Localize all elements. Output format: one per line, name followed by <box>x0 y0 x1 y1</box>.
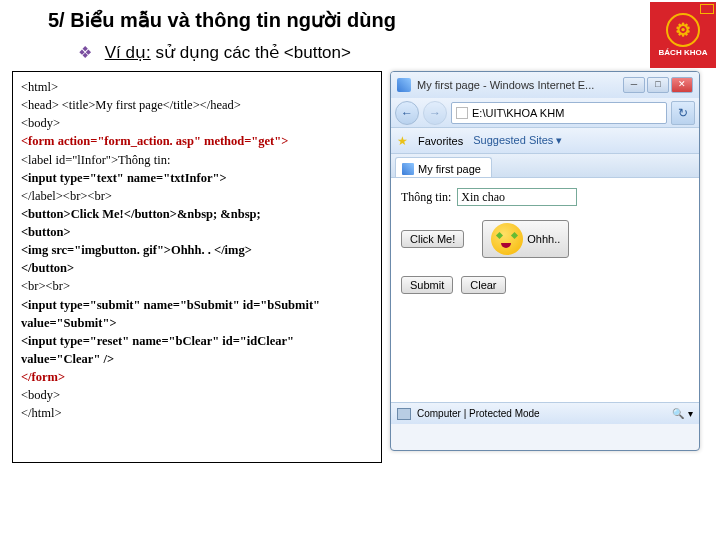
back-button[interactable]: ← <box>395 101 419 125</box>
browser-tab[interactable]: My first page <box>395 157 492 177</box>
suggested-sites[interactable]: Suggested Sites ▾ <box>473 134 562 147</box>
nav-toolbar: ← → E:\UIT\KHOA KHM ↻ <box>391 98 699 128</box>
page-content: Thông tin: Click Me! Ohhh.. Submit Clear <box>391 178 699 402</box>
click-me-button[interactable]: Click Me! <box>401 230 464 248</box>
bach-khoa-logo: ⚙ BÁCH KHOA <box>650 2 716 68</box>
window-titlebar: My first page - Windows Internet E... ─ … <box>391 72 699 98</box>
diamond-bullet-icon: ❖ <box>78 44 92 61</box>
emoji-icon <box>491 223 523 255</box>
favorites-label[interactable]: Favorites <box>418 135 463 147</box>
tab-ie-icon <box>402 163 414 175</box>
ohhh-button[interactable]: Ohhh.. <box>482 220 569 258</box>
computer-icon <box>397 408 411 420</box>
form-label: Thông tin: <box>401 190 451 205</box>
maximize-button[interactable]: □ <box>647 77 669 93</box>
forward-button[interactable]: → <box>423 101 447 125</box>
info-input[interactable] <box>457 188 577 206</box>
ie-icon <box>397 78 411 92</box>
clear-button[interactable]: Clear <box>461 276 505 294</box>
close-button[interactable]: ✕ <box>671 77 693 93</box>
zoom-control[interactable]: 🔍 ▾ <box>672 408 693 419</box>
address-bar[interactable]: E:\UIT\KHOA KHM <box>451 102 667 124</box>
page-icon <box>456 107 468 119</box>
code-listing: <html> <head> <title>My first page</titl… <box>12 71 382 463</box>
browser-window: My first page - Windows Internet E... ─ … <box>390 71 700 451</box>
favorites-bar: ★ Favorites Suggested Sites ▾ <box>391 128 699 154</box>
submit-button[interactable]: Submit <box>401 276 453 294</box>
window-title: My first page - Windows Internet E... <box>417 79 594 91</box>
refresh-button[interactable]: ↻ <box>671 101 695 125</box>
status-bar: Computer | Protected Mode 🔍 ▾ <box>391 402 699 424</box>
tab-bar: My first page <box>391 154 699 178</box>
minimize-button[interactable]: ─ <box>623 77 645 93</box>
star-icon: ★ <box>397 134 408 148</box>
section-heading: 5/ Biểu mẫu và thông tin người dùng <box>0 0 720 36</box>
status-text: Computer | Protected Mode <box>417 408 540 419</box>
example-subheading: ❖ Ví dụ: sử dụng các thẻ <button> <box>0 36 720 71</box>
